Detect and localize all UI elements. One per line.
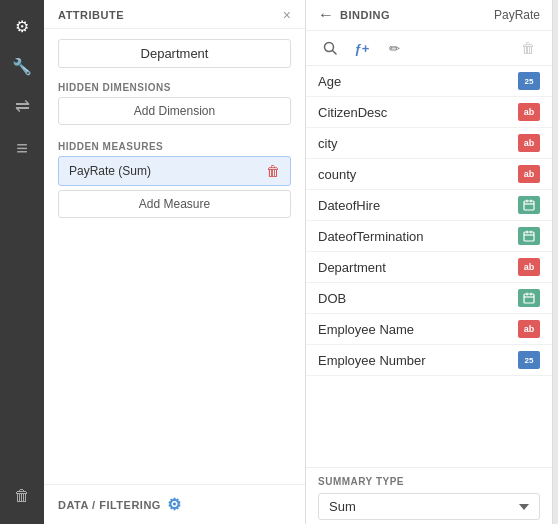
field-name: Age bbox=[318, 74, 341, 89]
wrench-icon[interactable]: 🔧 bbox=[4, 48, 40, 84]
data-filtering-gear-icon[interactable]: ⚙ bbox=[167, 495, 182, 514]
field-name: Employee Number bbox=[318, 353, 426, 368]
svg-rect-6 bbox=[524, 232, 534, 241]
field-row[interactable]: Departmentab bbox=[306, 252, 552, 283]
attribute-name: Department bbox=[58, 39, 291, 68]
field-badge: 25 bbox=[518, 351, 540, 369]
field-badge bbox=[518, 196, 540, 214]
measure-item: PayRate (Sum) 🗑 bbox=[58, 156, 291, 186]
attribute-panel-title: ATTRIBUTE bbox=[58, 9, 124, 21]
close-button[interactable]: × bbox=[283, 8, 291, 22]
field-badge: 25 bbox=[518, 72, 540, 90]
formula-button[interactable]: ƒ+ bbox=[348, 35, 376, 61]
field-name: Department bbox=[318, 260, 386, 275]
field-name: city bbox=[318, 136, 338, 151]
fields-list: Age25CitizenDescabcityabcountyabDateofHi… bbox=[306, 66, 552, 467]
field-badge: ab bbox=[518, 258, 540, 276]
binding-header-left: ← BINDING bbox=[318, 6, 390, 24]
field-name: county bbox=[318, 167, 356, 182]
layers-icon[interactable]: ≡ bbox=[4, 130, 40, 166]
field-badge: ab bbox=[518, 134, 540, 152]
field-name: DateofTermination bbox=[318, 229, 424, 244]
sidebar: ⚙ 🔧 ⇌ ≡ 🗑 bbox=[0, 0, 44, 524]
settings-icon[interactable]: ⚙ bbox=[4, 8, 40, 44]
field-name: DateofHire bbox=[318, 198, 380, 213]
field-badge: ab bbox=[518, 320, 540, 338]
field-badge bbox=[518, 289, 540, 307]
field-badge: ab bbox=[518, 165, 540, 183]
field-row[interactable]: CitizenDescab bbox=[306, 97, 552, 128]
field-name: Employee Name bbox=[318, 322, 414, 337]
field-row[interactable]: Age25 bbox=[306, 66, 552, 97]
binding-header: ← BINDING PayRate bbox=[306, 0, 552, 31]
back-button[interactable]: ← bbox=[318, 6, 334, 24]
search-button[interactable] bbox=[316, 35, 344, 61]
svg-rect-10 bbox=[524, 294, 534, 303]
summary-type-select[interactable]: Sum Average Count Min Max bbox=[318, 493, 540, 520]
right-edge bbox=[552, 0, 558, 524]
delete-measure-button[interactable]: 🗑 bbox=[266, 163, 280, 179]
add-dimension-button[interactable]: Add Dimension bbox=[58, 97, 291, 125]
panel-header: ATTRIBUTE × bbox=[44, 0, 305, 29]
toolbar-left: ƒ+ ✏ bbox=[316, 35, 408, 61]
field-row[interactable]: DateofTermination bbox=[306, 221, 552, 252]
attribute-panel: ATTRIBUTE × Department HIDDEN DIMENSIONS… bbox=[44, 0, 306, 524]
svg-line-1 bbox=[333, 51, 337, 55]
binding-panel: ← BINDING PayRate ƒ+ ✏ 🗑 Age25CitizenDes… bbox=[306, 0, 552, 524]
measure-item-label: PayRate (Sum) bbox=[69, 164, 151, 178]
field-row[interactable]: Employee Nameab bbox=[306, 314, 552, 345]
summary-section: SUMMARY TYPE Sum Average Count Min Max bbox=[306, 467, 552, 524]
toolbar-trash-button[interactable]: 🗑 bbox=[514, 35, 542, 61]
arrows-icon[interactable]: ⇌ bbox=[4, 88, 40, 124]
binding-toolbar: ƒ+ ✏ 🗑 bbox=[306, 31, 552, 66]
field-row[interactable]: Employee Number25 bbox=[306, 345, 552, 376]
panel-footer: DATA / FILTERING ⚙ bbox=[44, 484, 305, 524]
field-row[interactable]: DOB bbox=[306, 283, 552, 314]
field-row[interactable]: cityab bbox=[306, 128, 552, 159]
hidden-measures-label: HIDDEN MEASURES bbox=[44, 133, 305, 156]
binding-label: BINDING bbox=[340, 9, 390, 21]
field-badge bbox=[518, 227, 540, 245]
svg-rect-2 bbox=[524, 201, 534, 210]
field-badge: ab bbox=[518, 103, 540, 121]
trash-icon[interactable]: 🗑 bbox=[4, 478, 40, 514]
field-name: DOB bbox=[318, 291, 346, 306]
edit-button[interactable]: ✏ bbox=[380, 35, 408, 61]
field-name: CitizenDesc bbox=[318, 105, 387, 120]
binding-value: PayRate bbox=[494, 8, 540, 22]
summary-type-label: SUMMARY TYPE bbox=[318, 476, 540, 487]
data-filtering-label: DATA / FILTERING bbox=[58, 499, 161, 511]
add-measure-button[interactable]: Add Measure bbox=[58, 190, 291, 218]
field-row[interactable]: countyab bbox=[306, 159, 552, 190]
field-row[interactable]: DateofHire bbox=[306, 190, 552, 221]
hidden-dimensions-label: HIDDEN DIMENSIONS bbox=[44, 74, 305, 97]
